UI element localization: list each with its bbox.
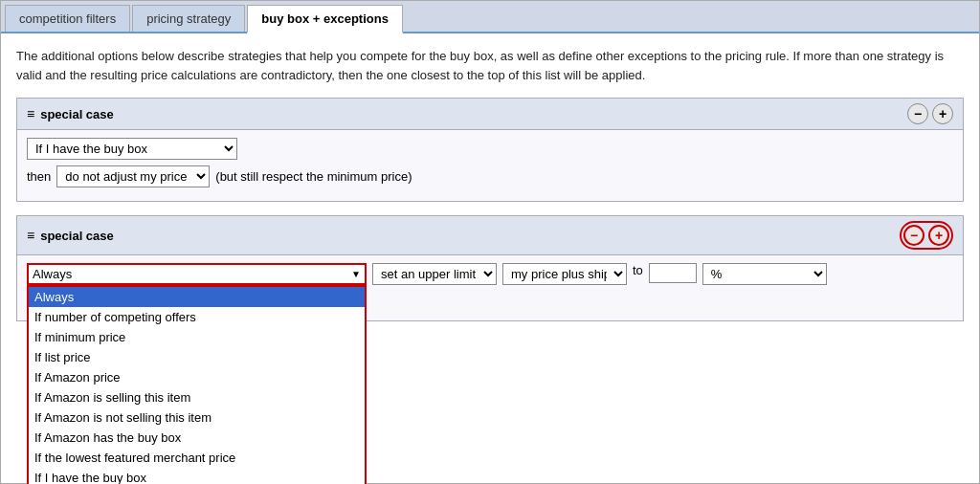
price-type-select[interactable]: my price plus shipping my price my price… — [502, 263, 627, 285]
special-case-2: ≡ special case − + Always ▼ — [16, 215, 964, 321]
dropdown-option-competing-offers[interactable]: If number of competing offers — [29, 307, 365, 327]
special-case-1-header: ≡ special case − + — [17, 99, 963, 130]
special-case-1-body: If I have the buy box Always If number o… — [17, 130, 963, 201]
percent-select[interactable]: % — [702, 263, 827, 285]
content-area: The additional options below describe st… — [1, 33, 979, 348]
tab-competition-filters[interactable]: competition filters — [5, 5, 130, 32]
dropdown-option-i-have-buy-box[interactable]: If I have the buy box — [29, 468, 365, 484]
special-case-1-plus-btn[interactable]: + — [932, 103, 953, 124]
note-text: (but still respect the minimum price) — [215, 169, 412, 184]
special-case-1: ≡ special case − + If I have the buy box… — [16, 98, 964, 202]
special-case-2-body: Always ▼ Always If number of competing o… — [17, 255, 963, 320]
menu-icon-2: ≡ — [27, 228, 34, 243]
special-case-1-condition-row: If I have the buy box Always If number o… — [27, 138, 953, 160]
action-select-2[interactable]: set an upper limit for set a lower limit… — [372, 263, 497, 285]
dropdown-option-list-price[interactable]: If list price — [29, 347, 365, 367]
special-case-2-title: special case — [40, 229, 114, 243]
dropdown-option-amazon-selling[interactable]: If Amazon is selling this item — [29, 387, 365, 407]
dropdown-option-amazon-not-selling[interactable]: If Amazon is not selling this item — [29, 407, 365, 428]
to-label: to — [633, 263, 643, 277]
special-case-1-action-row: then do not adjust my price raise my pri… — [27, 165, 953, 187]
dropdown-option-amazon-price[interactable]: If Amazon price — [29, 367, 365, 387]
special-case-2-main-row: Always ▼ Always If number of competing o… — [17, 255, 963, 289]
dropdown-option-amazon-buy-box[interactable]: If Amazon has the buy box — [29, 428, 365, 448]
special-case-2-minus-btn[interactable]: − — [903, 225, 924, 246]
special-case-1-condition-select[interactable]: If I have the buy box Always If number o… — [27, 138, 237, 160]
special-case-2-btn-group: − + — [900, 221, 953, 250]
dropdown-option-lowest-featured[interactable]: If the lowest featured merchant price — [29, 448, 365, 468]
chevron-down-icon: ▼ — [351, 269, 361, 279]
tab-bar: competition filters pricing strategy buy… — [1, 1, 979, 33]
then-label: then — [27, 169, 51, 184]
special-case-1-btn-group: − + — [907, 103, 953, 124]
dropdown-option-always[interactable]: Always — [29, 287, 365, 307]
tab-pricing-strategy[interactable]: pricing strategy — [132, 5, 245, 32]
main-container: competition filters pricing strategy buy… — [0, 0, 980, 484]
description-text: The additional options below describe st… — [16, 47, 964, 84]
percent-input[interactable] — [649, 263, 697, 283]
special-case-1-minus-btn[interactable]: − — [907, 103, 928, 124]
special-case-2-plus-btn[interactable]: + — [928, 225, 949, 246]
special-case-2-header: ≡ special case − + — [17, 216, 963, 255]
condition-selected-text: Always — [33, 267, 72, 281]
dropdown-option-minimum-price[interactable]: If minimum price — [29, 327, 365, 347]
special-case-1-action-select[interactable]: do not adjust my price raise my price lo… — [56, 165, 210, 187]
condition-dropdown-list: Always If number of competing offers If … — [27, 285, 367, 484]
menu-icon-1: ≡ — [27, 106, 34, 121]
special-case-1-title: special case — [40, 107, 114, 121]
tab-buy-box-exceptions[interactable]: buy box + exceptions — [247, 5, 403, 33]
condition-dropdown-container: Always ▼ Always If number of competing o… — [27, 263, 367, 285]
condition-dropdown-selected[interactable]: Always ▼ — [27, 263, 367, 285]
